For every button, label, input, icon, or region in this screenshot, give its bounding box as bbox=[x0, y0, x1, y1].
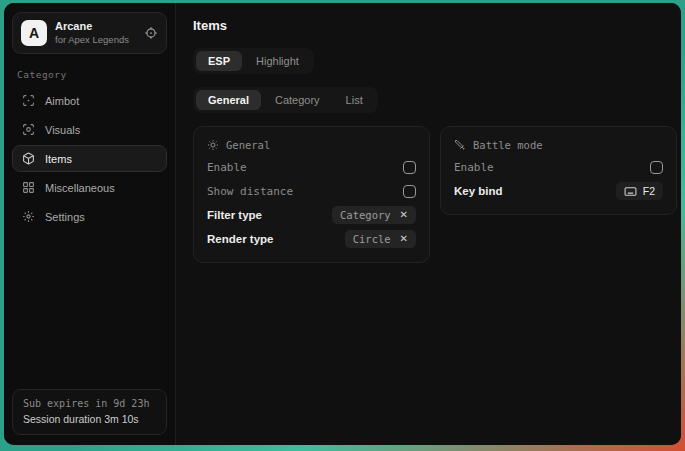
setting-label: Enable bbox=[454, 161, 494, 174]
sidebar-item-miscellaneous[interactable]: Miscellaneous bbox=[12, 174, 167, 201]
app-logo: A bbox=[21, 20, 47, 46]
crosshair-icon bbox=[22, 94, 35, 107]
sidebar-item-label: Settings bbox=[45, 211, 85, 223]
grid-icon bbox=[22, 181, 35, 194]
setting-label: Show distance bbox=[207, 185, 293, 198]
brand-text: Arcane for Apex Legends bbox=[55, 20, 136, 46]
app-subtitle: for Apex Legends bbox=[55, 34, 136, 46]
setting-row-key-bind: Key bind F2 bbox=[454, 179, 663, 203]
setting-label: Render type bbox=[207, 233, 273, 245]
selected-value: Circle bbox=[353, 233, 391, 245]
tab-esp[interactable]: ESP bbox=[196, 51, 242, 71]
battle-mode-panel-header: Battle mode bbox=[454, 137, 663, 155]
close-icon[interactable]: ✕ bbox=[400, 210, 408, 220]
brand-card: A Arcane for Apex Legends bbox=[12, 12, 167, 54]
battle-mode-panel: Battle mode Enable Key bind bbox=[440, 126, 677, 215]
app-name: Arcane bbox=[55, 20, 136, 34]
setting-label: Key bind bbox=[454, 185, 503, 197]
sidebar: A Arcane for Apex Legends Category bbox=[4, 3, 176, 445]
tab-general[interactable]: General bbox=[196, 90, 261, 110]
tab-category[interactable]: Category bbox=[263, 90, 332, 110]
session-duration-text: Session duration 3m 10s bbox=[23, 413, 156, 425]
battle-enable-checkbox[interactable] bbox=[650, 161, 663, 174]
panels-row: General Enable Show distance Filter type… bbox=[193, 126, 677, 263]
category-section-label: Category bbox=[17, 69, 162, 80]
box-icon bbox=[22, 152, 35, 165]
enable-checkbox[interactable] bbox=[403, 161, 416, 174]
app-window: A Arcane for Apex Legends Category bbox=[4, 3, 681, 445]
filter-type-select[interactable]: Category ✕ bbox=[332, 206, 416, 224]
sub-tabs: General Category List bbox=[193, 87, 378, 113]
setting-row-enable: Enable bbox=[207, 155, 416, 179]
general-panel: General Enable Show distance Filter type… bbox=[193, 126, 430, 263]
close-icon[interactable]: ✕ bbox=[400, 234, 408, 244]
sword-icon bbox=[454, 139, 466, 151]
sidebar-item-aimbot[interactable]: Aimbot bbox=[12, 87, 167, 114]
page-title: Items bbox=[193, 18, 677, 33]
gear-icon bbox=[22, 210, 35, 223]
setting-row-enable: Enable bbox=[454, 155, 663, 179]
sidebar-item-label: Aimbot bbox=[45, 95, 79, 107]
general-panel-header: General bbox=[207, 137, 416, 155]
sidebar-nav: Aimbot Visuals Items bbox=[12, 87, 167, 230]
setting-row-show-distance: Show distance bbox=[207, 179, 416, 203]
sidebar-item-visuals[interactable]: Visuals bbox=[12, 116, 167, 143]
setting-label: Filter type bbox=[207, 209, 262, 221]
render-type-select[interactable]: Circle ✕ bbox=[345, 230, 416, 248]
sidebar-item-label: Items bbox=[45, 153, 72, 165]
panel-title: Battle mode bbox=[473, 139, 543, 151]
selected-value: Category bbox=[340, 209, 391, 221]
tab-list[interactable]: List bbox=[334, 90, 375, 110]
sidebar-item-items[interactable]: Items bbox=[12, 145, 167, 172]
sidebar-item-label: Visuals bbox=[45, 124, 80, 136]
keyboard-icon bbox=[624, 186, 637, 197]
show-distance-checkbox[interactable] bbox=[403, 185, 416, 198]
keybind-button[interactable]: F2 bbox=[616, 182, 663, 200]
sun-icon bbox=[207, 139, 219, 151]
eye-icon bbox=[22, 123, 35, 136]
setting-label: Enable bbox=[207, 161, 247, 174]
sidebar-item-settings[interactable]: Settings bbox=[12, 203, 167, 230]
panel-title: General bbox=[226, 139, 270, 151]
keybind-value: F2 bbox=[643, 185, 655, 197]
tab-highlight[interactable]: Highlight bbox=[244, 51, 311, 71]
subscription-info-card: Sub expires in 9d 23h Session duration 3… bbox=[12, 389, 167, 435]
mode-tabs: ESP Highlight bbox=[193, 48, 314, 74]
setting-row-filter-type: Filter type Category ✕ bbox=[207, 203, 416, 227]
main-content: Items ESP Highlight General Category Lis… bbox=[176, 3, 681, 445]
sub-expires-text: Sub expires in 9d 23h bbox=[23, 398, 156, 409]
crosshair-target-icon[interactable] bbox=[144, 26, 158, 40]
sidebar-item-label: Miscellaneous bbox=[45, 182, 115, 194]
setting-row-render-type: Render type Circle ✕ bbox=[207, 227, 416, 251]
